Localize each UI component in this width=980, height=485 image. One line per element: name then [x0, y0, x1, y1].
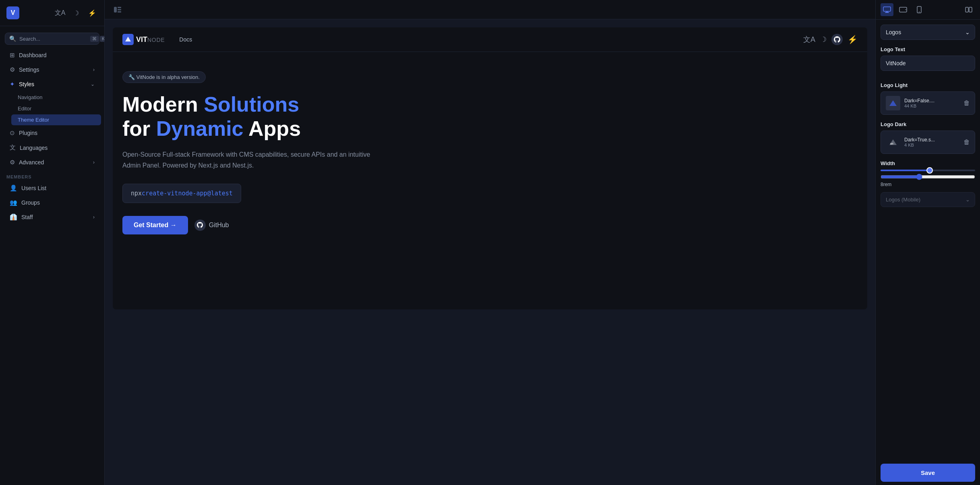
translate-nav-icon[interactable]: 文A — [803, 35, 815, 44]
logo-text-label: Logo Text — [881, 46, 975, 52]
logo-dark-item: VIT Dark=True.s... 4 KB 🗑 — [881, 131, 975, 154]
alpha-badge-text: 🔧 VitNode is in alpha version. — [128, 74, 200, 80]
nav-sub-label: Theme Editor — [18, 117, 49, 123]
logo-vit: VIT — [136, 35, 147, 44]
chevron-down-icon: ⌄ — [91, 81, 95, 87]
sidebar-item-staff[interactable]: 👔 Staff › — [3, 210, 101, 224]
sidebar-item-navigation[interactable]: Navigation — [11, 92, 101, 103]
chevron-right-icon-staff: › — [93, 214, 95, 220]
logo-dark-delete-btn[interactable]: 🗑 — [963, 139, 970, 146]
sidebar-item-users[interactable]: 👤 Users List — [3, 181, 101, 195]
logo-light-section: Logo Light Dark=False.... 44 KB 🗑 — [881, 82, 975, 115]
sidebar-item-label: Settings — [19, 66, 39, 73]
width-value-display: 8rem — [881, 182, 975, 187]
width-section: Width 8rem — [881, 160, 975, 187]
right-panel-content: Logos ⌄ Logo Text Logo Light Dark=False.… — [876, 20, 980, 460]
logo-dark-label: Logo Dark — [881, 121, 975, 127]
logo-light-name: Dark=False.... — [904, 98, 959, 104]
sidebar-item-label: Advanced — [19, 159, 44, 166]
nav-link-docs[interactable]: Docs — [179, 36, 192, 43]
logo-dark-size: 4 KB — [904, 143, 959, 147]
sidebar-item-label: Languages — [20, 145, 48, 151]
svg-marker-14 — [889, 100, 897, 106]
svg-rect-2 — [118, 9, 121, 10]
moon-nav-icon[interactable]: ☽ — [820, 35, 827, 44]
save-button[interactable]: Save — [881, 464, 975, 482]
logo-dark-section: Logo Dark VIT Dark=True.s... 4 KB 🗑 — [881, 121, 975, 154]
right-panel: Logos ⌄ Logo Text Logo Light Dark=False.… — [875, 0, 980, 485]
width-slider-input[interactable] — [881, 174, 975, 180]
hero-title-part1: Modern — [122, 93, 204, 116]
main-content: VITNODE Docs 文A ☽ ⚡ — [105, 0, 875, 485]
logo-text-input[interactable] — [881, 56, 975, 71]
zap-nav-icon[interactable]: ⚡ — [848, 35, 858, 44]
nav-sub-label: Editor — [18, 106, 31, 112]
sidebar-item-label: Styles — [19, 81, 34, 87]
styles-icon: ✦ — [10, 81, 15, 88]
preview-toolbar — [105, 0, 875, 19]
sidebar-item-groups[interactable]: 👥 Groups — [3, 196, 101, 209]
moon-icon[interactable]: ☽ — [70, 7, 82, 19]
chevron-right-icon-adv: › — [93, 160, 95, 165]
zap-icon[interactable]: ⚡ — [87, 7, 98, 19]
sidebar-toggle-btn[interactable] — [111, 3, 124, 16]
preview-nav: VITNODE Docs 文A ☽ ⚡ — [113, 27, 867, 52]
logos-mobile-label: Logos (Mobile) — [886, 197, 920, 203]
sidebar-item-advanced[interactable]: ⚙ Advanced › — [3, 155, 101, 169]
preview-hero: 🔧 VitNode is in alpha version. Modern So… — [113, 52, 867, 247]
logo-light-delete-btn[interactable]: 🗑 — [963, 99, 970, 107]
svg-rect-3 — [118, 11, 121, 12]
sidebar: V 文A ☽ ⚡ 🔍 ⌘ K ⊞ Dashboard ⚙ Settings › — [0, 0, 105, 485]
code-command: create-vitnode-app@latest — [142, 190, 233, 197]
dashboard-icon: ⊞ — [10, 52, 15, 59]
logo-light-item: Dark=False.... 44 KB 🗑 — [881, 91, 975, 115]
advanced-icon: ⚙ — [10, 159, 15, 166]
search-kbd-k: K — [100, 36, 105, 42]
get-started-button[interactable]: Get Started → — [122, 216, 188, 234]
logos-mobile-dropdown[interactable]: Logos (Mobile) ⌄ — [881, 192, 975, 207]
tablet-landscape-btn[interactable] — [897, 3, 910, 16]
sidebar-item-editor[interactable]: Editor — [11, 103, 101, 114]
tablet-portrait-btn[interactable] — [913, 3, 926, 16]
search-bar[interactable]: 🔍 ⌘ K — [5, 33, 99, 45]
search-shortcut: ⌘ K — [90, 36, 105, 42]
preview-nav-actions: 文A ☽ ⚡ — [803, 34, 858, 45]
plugins-icon: ⊙ — [10, 129, 15, 137]
github-nav-icon[interactable] — [831, 34, 843, 45]
hero-title: Modern Solutions for Dynamic Apps — [122, 93, 858, 141]
sidebar-item-styles[interactable]: ✦ Styles ⌄ — [3, 77, 101, 91]
preview-logo-icon — [122, 34, 134, 45]
sidebar-item-settings[interactable]: ⚙ Settings › — [3, 63, 101, 77]
logos-dropdown-label: Logos — [886, 29, 901, 35]
split-view-btn[interactable] — [962, 3, 975, 16]
github-btn-label: GitHub — [209, 222, 229, 229]
preview-nav-links: Docs — [179, 36, 192, 43]
logo-light-size: 44 KB — [904, 104, 959, 108]
desktop-device-btn[interactable] — [881, 3, 893, 16]
svg-point-9 — [906, 9, 906, 10]
styles-submenu: Navigation Editor Theme Editor — [0, 91, 104, 126]
sidebar-item-plugins[interactable]: ⊙ Plugins — [3, 126, 101, 140]
preview-logo: VITNODE — [122, 34, 165, 45]
width-label: Width — [881, 160, 975, 166]
logo-text-section: Logo Text — [881, 46, 975, 76]
width-slider-fill — [881, 170, 930, 171]
logo-light-info: Dark=False.... 44 KB — [904, 98, 959, 108]
search-kbd-cmd: ⌘ — [90, 36, 99, 42]
users-icon: 👤 — [10, 184, 17, 192]
logos-dropdown[interactable]: Logos ⌄ — [881, 25, 975, 40]
sidebar-item-label: Plugins — [19, 130, 37, 136]
right-panel-toolbar — [876, 0, 980, 20]
app-logo[interactable]: V — [6, 6, 19, 19]
width-slider-thumb[interactable] — [926, 167, 933, 174]
search-input[interactable] — [19, 36, 87, 42]
hero-description: Open-Source Full-stack Framework with CM… — [122, 149, 380, 171]
github-button[interactable]: GitHub — [194, 220, 229, 231]
sidebar-item-dashboard[interactable]: ⊞ Dashboard — [3, 48, 101, 62]
width-slider-track — [881, 170, 975, 171]
sidebar-item-theme-editor[interactable]: Theme Editor — [11, 114, 101, 125]
preview-frame: VITNODE Docs 文A ☽ ⚡ — [113, 27, 867, 309]
logo-dark-name: Dark=True.s... — [904, 137, 959, 143]
translate-icon[interactable]: 文A — [54, 7, 66, 19]
sidebar-item-languages[interactable]: 文 Languages — [3, 141, 101, 155]
